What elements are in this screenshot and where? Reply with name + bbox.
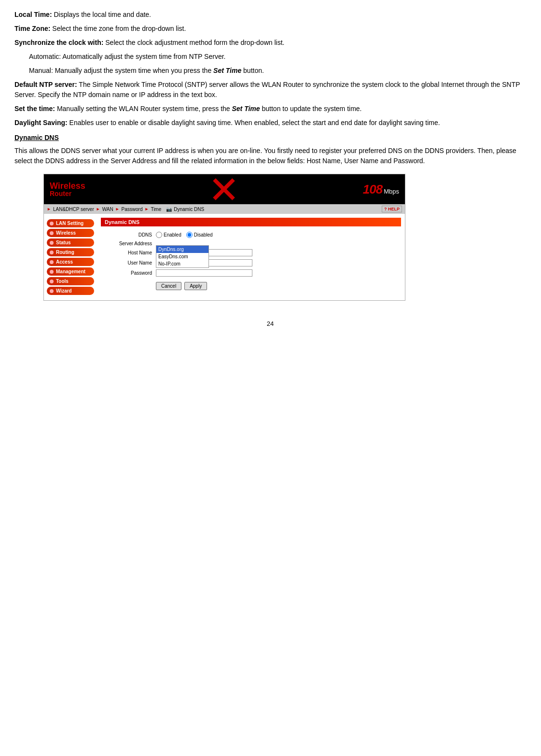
page-number: 24	[14, 320, 526, 327]
ddns-enabled-input[interactable]	[156, 232, 162, 238]
ddns-enabled-radio[interactable]: Enabled	[156, 232, 181, 238]
default-ntp-para: Default NTP server: The Simple Network T…	[14, 80, 526, 100]
brand-wireless: Wireless	[50, 182, 85, 190]
set-time-end: button to update the system time.	[260, 105, 362, 112]
button-row: Cancel Apply	[101, 282, 401, 290]
ddns-disabled-input[interactable]	[186, 232, 193, 238]
nav-item-time[interactable]: Time	[151, 207, 161, 212]
nav-arrow-4: ►	[144, 207, 149, 211]
time-zone-text: Select the time zone from the drop-down …	[50, 25, 186, 32]
sidebar-label-access: Access	[56, 259, 73, 265]
ddns-disabled-radio[interactable]: Disabled	[186, 232, 213, 238]
password-input[interactable]	[156, 269, 252, 277]
router-body: LAN Setting Wireless Status Routing Acce…	[44, 214, 405, 300]
apply-button[interactable]: Apply	[184, 282, 207, 290]
default-ntp-label: Default NTP server:	[14, 81, 77, 88]
dropdown-option-easydns[interactable]: EasyDns.com	[156, 253, 208, 260]
sidebar-label-routing: Routing	[56, 250, 74, 255]
host-name-label: Host Name	[101, 248, 154, 258]
sidebar-item-lan-setting[interactable]: LAN Setting	[47, 219, 94, 227]
sync-clock-label: Synchronize the clock with:	[14, 39, 103, 46]
sidebar-dot-wireless	[50, 231, 54, 235]
cancel-button[interactable]: Cancel	[156, 282, 181, 290]
sidebar-label-wireless: Wireless	[56, 230, 76, 236]
ddns-label: DDNS	[101, 230, 154, 239]
daylight-text: Enables user to enable or disable daylig…	[68, 119, 440, 126]
ddns-disabled-label: Disabled	[194, 232, 213, 238]
panel-title: Dynamic DNS	[101, 218, 401, 226]
set-time-text: Manually setting the WLAN Router system …	[55, 105, 232, 112]
speed-display: 108 Mbps	[363, 182, 399, 197]
password-value	[154, 268, 401, 278]
help-icon: ?	[384, 207, 387, 211]
time-zone-para: Time Zone: Select the time zone from the…	[14, 24, 526, 34]
router-brand: Wireless Router	[50, 182, 85, 197]
sidebar-label-wizard: Wizard	[56, 288, 72, 294]
sidebar-item-wizard[interactable]: Wizard	[47, 287, 94, 295]
nav-arrow-1: ►	[47, 207, 51, 211]
server-address-label: Server Address	[101, 239, 154, 248]
manual-adjust-end: button.	[241, 67, 264, 74]
router-sidebar: LAN Setting Wireless Status Routing Acce…	[44, 214, 97, 300]
server-dropdown-list: DynDns.org EasyDns.com No-IP.com	[156, 245, 209, 268]
manual-adjust-para: Manual: Manually adjust the system time …	[29, 66, 526, 76]
default-ntp-text: The Simple Network Time Protocol (SNTP) …	[14, 81, 520, 98]
ddns-row: DDNS Enabled Disabled	[101, 230, 401, 239]
sidebar-item-routing[interactable]: Routing	[47, 248, 94, 256]
nav-arrow-2: ►	[96, 207, 100, 211]
router-nav: ► LAN&DHCP server ► WAN ► Password ► Tim…	[44, 204, 405, 214]
dropdown-option-noip[interactable]: No-IP.com	[156, 260, 208, 267]
sidebar-item-access[interactable]: Access	[47, 258, 94, 266]
sidebar-item-status[interactable]: Status	[47, 238, 94, 247]
nav-camera-icon: 📷	[166, 207, 172, 212]
set-time-para: Set the time: Manually setting the WLAN …	[14, 104, 526, 114]
sidebar-dot-lan	[50, 222, 54, 225]
server-address-row: Server Address DynDns.org EasyDns.com No…	[101, 239, 401, 248]
nav-arrow-3: ►	[115, 207, 120, 211]
brand-router: Router	[50, 190, 85, 197]
dynamic-dns-heading: Dynamic DNS	[14, 133, 526, 143]
router-header: Wireless Router 108 Mbps	[44, 174, 405, 204]
ddns-value: Enabled Disabled	[154, 230, 401, 239]
sync-clock-para: Synchronize the clock with: Select the c…	[14, 38, 526, 48]
brand-cross-icon	[212, 177, 236, 201]
nav-item-dynamic-dns[interactable]: Dynamic DNS	[174, 207, 204, 212]
host-name-row: Host Name	[101, 248, 401, 258]
nav-help-button[interactable]: ? HELP	[382, 206, 402, 212]
sidebar-dot-tools	[50, 280, 54, 283]
sidebar-dot-access	[50, 260, 54, 264]
sidebar-label-status: Status	[56, 240, 71, 245]
daylight-label: Daylight Saving:	[14, 119, 68, 126]
form-table: DDNS Enabled Disabled	[101, 230, 401, 278]
router-screenshot: Wireless Router 108 Mbps ► LAN&DHCP serv…	[43, 174, 405, 301]
dropdown-option-dyndns[interactable]: DynDns.org	[156, 246, 208, 253]
sidebar-label-tools: Tools	[56, 279, 69, 284]
nav-item-password[interactable]: Password	[122, 207, 143, 212]
dynamic-dns-body: This allows the DDNS server what your cu…	[14, 146, 526, 166]
sidebar-dot-management	[50, 270, 54, 274]
server-address-value: DynDns.org EasyDns.com No-IP.com DynDns.…	[154, 239, 401, 248]
sidebar-item-tools[interactable]: Tools	[47, 277, 94, 285]
router-main-panel: Dynamic DNS DDNS Enabled	[97, 214, 405, 300]
auto-adjust-para: Automatic: Automatically adjust the syst…	[29, 52, 526, 62]
ddns-radio-group: Enabled Disabled	[156, 232, 399, 238]
password-row: Password	[101, 268, 401, 278]
manual-set-time-bold: Set Time	[213, 67, 241, 74]
speed-number: 108	[363, 182, 382, 197]
sidebar-label-management: Management	[56, 269, 85, 274]
daylight-saving-para: Daylight Saving: Enables user to enable …	[14, 118, 526, 128]
sync-clock-text: Select the clock adjustment method form …	[103, 39, 284, 46]
password-label: Password	[101, 268, 154, 278]
sidebar-dot-routing	[50, 251, 54, 254]
help-label: HELP	[388, 207, 400, 211]
manual-adjust-text: Manual: Manually adjust the system time …	[29, 67, 213, 74]
nav-item-lan[interactable]: LAN&DHCP server	[53, 207, 94, 212]
nav-item-wan[interactable]: WAN	[102, 207, 113, 212]
set-time-label: Set the time:	[14, 105, 55, 112]
sidebar-item-management[interactable]: Management	[47, 267, 94, 276]
set-time-bold: Set Time	[232, 105, 260, 112]
sidebar-label-lan: LAN Setting	[56, 221, 83, 226]
sidebar-item-wireless[interactable]: Wireless	[47, 229, 94, 237]
speed-mbps: Mbps	[384, 188, 399, 195]
sidebar-dot-status	[50, 241, 54, 245]
